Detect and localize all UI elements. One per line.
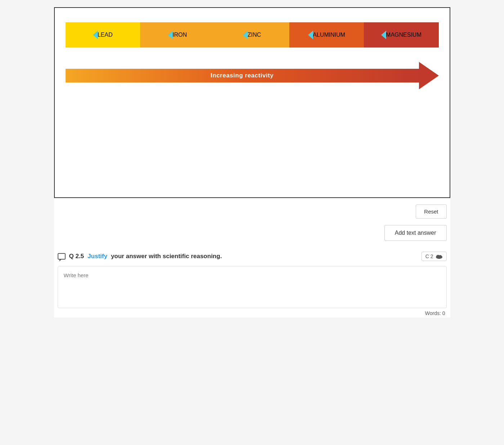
write-area[interactable] xyxy=(58,266,447,308)
lead-arrow: LEAD xyxy=(93,31,113,39)
cloud-icon xyxy=(436,254,443,259)
page-container: LEAD IRON ZINC AL xyxy=(54,7,450,318)
question-section: Q 2.5 Justify your answer with scientifi… xyxy=(54,248,450,318)
diagram-area: LEAD IRON ZINC AL xyxy=(54,7,450,198)
zinc-arrow-indicator xyxy=(243,31,248,39)
zinc-arrow: ZINC xyxy=(243,31,261,39)
magnesium-label: MAGNESIUM xyxy=(386,32,422,38)
aluminium-arrow: ALUMINIUM xyxy=(308,31,345,39)
magnesium-arrow: MAGNESIUM xyxy=(381,31,422,39)
reactivity-container: Increasing reactivity xyxy=(66,62,439,89)
iron-arrow-indicator xyxy=(168,31,173,39)
reactivity-label: Increasing reactivity xyxy=(211,72,274,79)
question-number: Q 2.5 xyxy=(69,253,84,260)
aluminium-arrow-indicator xyxy=(308,31,313,39)
reset-button[interactable]: Reset xyxy=(416,204,446,219)
controls-row: Reset xyxy=(54,198,450,222)
write-textarea[interactable] xyxy=(64,272,441,301)
badge-text: C 2 xyxy=(425,253,433,259)
words-count: Words: 0 xyxy=(58,308,447,318)
add-text-row: Add text answer xyxy=(54,222,450,248)
question-header: Q 2.5 Justify your answer with scientifi… xyxy=(58,252,447,261)
element-aluminium[interactable]: ALUMINIUM xyxy=(289,22,364,48)
iron-arrow: IRON xyxy=(168,31,187,39)
reactivity-arrowhead xyxy=(419,62,439,89)
element-lead[interactable]: LEAD xyxy=(66,22,140,48)
aluminium-label: ALUMINIUM xyxy=(313,32,345,38)
question-left: Q 2.5 Justify your answer with scientifi… xyxy=(58,253,222,260)
lead-label: LEAD xyxy=(98,32,113,38)
comment-icon xyxy=(58,253,66,260)
question-rest-text: your answer with scientific reasoning. xyxy=(111,253,222,260)
element-iron[interactable]: IRON xyxy=(140,22,215,48)
elements-row: LEAD IRON ZINC AL xyxy=(66,22,439,48)
question-badge: C 2 xyxy=(422,252,447,261)
svg-point-2 xyxy=(439,255,442,258)
lead-arrow-indicator xyxy=(93,31,98,39)
element-zinc[interactable]: ZINC xyxy=(215,22,289,48)
add-text-button[interactable]: Add text answer xyxy=(384,225,447,241)
zinc-label: ZINC xyxy=(247,32,261,38)
element-magnesium[interactable]: MAGNESIUM xyxy=(364,22,438,48)
question-justify-word: Justify xyxy=(88,253,107,260)
iron-label: IRON xyxy=(173,32,187,38)
magnesium-arrow-indicator xyxy=(381,31,386,39)
reactivity-bar: Increasing reactivity xyxy=(66,69,419,82)
